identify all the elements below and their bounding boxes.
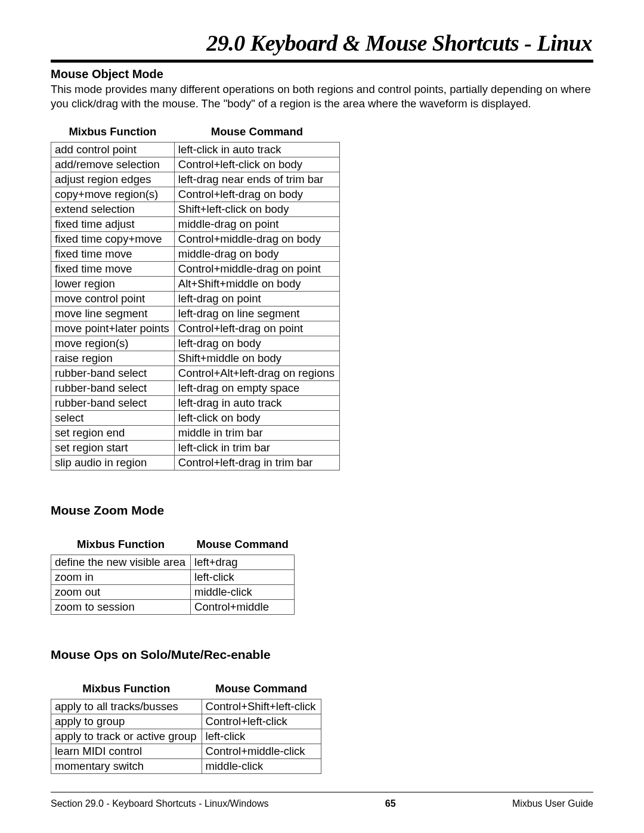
table-row: fixed time moveControl+middle-drag on po… <box>51 262 340 277</box>
table-mouse-object: Mixbus Function Mouse Command add contro… <box>51 123 340 470</box>
table-row: apply to track or active groupleft-click <box>51 729 321 744</box>
col-header-function: Mixbus Function <box>51 123 175 143</box>
table-row: fixed time adjustmiddle-drag on point <box>51 217 340 232</box>
cell-function: move region(s) <box>51 336 175 351</box>
cell-command: left-click in auto track <box>174 143 339 157</box>
cell-function: fixed time move <box>51 247 175 262</box>
cell-function: select <box>51 411 175 426</box>
table-row: add/remove selectionControl+left-click o… <box>51 157 340 172</box>
table-row: apply to all tracks/bussesControl+Shift+… <box>51 699 321 714</box>
cell-command: Control+left-drag in trim bar <box>174 456 339 470</box>
section-heading-mouse-zoom: Mouse Zoom Mode <box>51 503 593 518</box>
cell-function: add/remove selection <box>51 157 175 172</box>
cell-function: define the new visible area <box>51 555 191 570</box>
cell-command: left-drag in auto track <box>174 396 339 411</box>
cell-command: Shift+middle on body <box>174 351 339 366</box>
table-row: rubber-band selectControl+Alt+left-drag … <box>51 366 340 381</box>
col-header-function: Mixbus Function <box>51 535 191 555</box>
table-row: zoom to sessionControl+middle <box>51 600 295 615</box>
cell-command: Shift+left-click on body <box>174 202 339 217</box>
cell-function: apply to track or active group <box>51 729 202 744</box>
section-body-mouse-object: This mode provides many different operat… <box>51 82 593 111</box>
cell-command: left-drag on point <box>174 292 339 306</box>
table-row: lower regionAlt+Shift+middle on body <box>51 277 340 292</box>
table-row: momentary switchmiddle-click <box>51 759 321 774</box>
chapter-title: 29.0 Keyboard & Mouse Shortcuts - Linux <box>51 30 593 56</box>
table-row: slip audio in regionControl+left-drag in… <box>51 456 340 470</box>
cell-command: left-click in trim bar <box>174 441 339 456</box>
table-row: apply to groupControl+left-click <box>51 714 321 729</box>
cell-command: middle-drag on point <box>174 217 339 232</box>
cell-function: fixed time adjust <box>51 217 175 232</box>
table-row: define the new visible arealeft+drag <box>51 555 295 570</box>
footer-page-number: 65 <box>385 798 396 809</box>
table-row: raise regionShift+middle on body <box>51 351 340 366</box>
cell-command: left-click on body <box>174 411 339 426</box>
table-mouse-ops: Mixbus Function Mouse Command apply to a… <box>51 680 321 774</box>
section-heading-mouse-ops: Mouse Ops on Solo/Mute/Rec-enable <box>51 648 593 662</box>
table-row: adjust region edgesleft-drag near ends o… <box>51 172 340 187</box>
cell-command: Control+left-click on body <box>174 157 339 172</box>
cell-function: copy+move region(s) <box>51 187 175 202</box>
table-row: selectleft-click on body <box>51 411 340 426</box>
cell-function: extend selection <box>51 202 175 217</box>
col-header-command: Mouse Command <box>174 123 339 143</box>
cell-function: apply to all tracks/busses <box>51 699 202 714</box>
col-header-command: Mouse Command <box>191 535 295 555</box>
table-row: add control pointleft-click in auto trac… <box>51 143 340 157</box>
cell-command: Control+middle-drag on body <box>174 232 339 247</box>
cell-command: Control+middle-click <box>202 744 321 759</box>
cell-command: left-click <box>202 729 321 744</box>
cell-function: set region end <box>51 426 175 441</box>
table-row: move region(s)left-drag on body <box>51 336 340 351</box>
cell-function: move point+later points <box>51 321 175 336</box>
chapter-rule <box>51 60 593 63</box>
cell-command: middle-click <box>191 585 295 600</box>
cell-command: middle-drag on body <box>174 247 339 262</box>
cell-command: middle in trim bar <box>174 426 339 441</box>
section-heading-mouse-object: Mouse Object Mode <box>51 67 593 81</box>
table-row: move point+later pointsControl+left-drag… <box>51 321 340 336</box>
col-header-command: Mouse Command <box>202 680 321 699</box>
cell-function: raise region <box>51 351 175 366</box>
cell-function: move line segment <box>51 306 175 321</box>
cell-function: add control point <box>51 143 175 157</box>
table-row: zoom inleft-click <box>51 570 295 585</box>
table-row: move line segmentleft-drag on line segme… <box>51 306 340 321</box>
cell-function: adjust region edges <box>51 172 175 187</box>
cell-command: left-drag on line segment <box>174 306 339 321</box>
cell-function: zoom out <box>51 585 191 600</box>
cell-function: learn MIDI control <box>51 744 202 759</box>
cell-command: Control+middle <box>191 600 295 615</box>
table-row: fixed time movemiddle-drag on body <box>51 247 340 262</box>
col-header-function: Mixbus Function <box>51 680 202 699</box>
cell-command: Control+Alt+left-drag on regions <box>174 366 339 381</box>
table-row: learn MIDI controlControl+middle-click <box>51 744 321 759</box>
cell-command: Alt+Shift+middle on body <box>174 277 339 292</box>
cell-function: set region start <box>51 441 175 456</box>
cell-command: left-drag on body <box>174 336 339 351</box>
cell-command: left-click <box>191 570 295 585</box>
table-row: set region startleft-click in trim bar <box>51 441 340 456</box>
table-row: rubber-band selectleft-drag in auto trac… <box>51 396 340 411</box>
cell-function: fixed time copy+move <box>51 232 175 247</box>
cell-command: Control+middle-drag on point <box>174 262 339 277</box>
cell-function: apply to group <box>51 714 202 729</box>
cell-command: Control+left-click <box>202 714 321 729</box>
table-row: extend selectionShift+left-click on body <box>51 202 340 217</box>
cell-function: rubber-band select <box>51 396 175 411</box>
footer-left: Section 29.0 - Keyboard Shortcuts - Linu… <box>51 798 269 809</box>
cell-command: Control+Shift+left-click <box>202 699 321 714</box>
table-row: zoom outmiddle-click <box>51 585 295 600</box>
cell-function: lower region <box>51 277 175 292</box>
table-row: move control pointleft-drag on point <box>51 292 340 306</box>
cell-command: Control+left-drag on body <box>174 187 339 202</box>
cell-command: middle-click <box>202 759 321 774</box>
page-footer: Section 29.0 - Keyboard Shortcuts - Linu… <box>51 792 593 809</box>
table-mouse-zoom: Mixbus Function Mouse Command define the… <box>51 535 295 615</box>
cell-function: momentary switch <box>51 759 202 774</box>
table-row: copy+move region(s)Control+left-drag on … <box>51 187 340 202</box>
cell-function: zoom to session <box>51 600 191 615</box>
cell-function: move control point <box>51 292 175 306</box>
cell-function: rubber-band select <box>51 381 175 396</box>
